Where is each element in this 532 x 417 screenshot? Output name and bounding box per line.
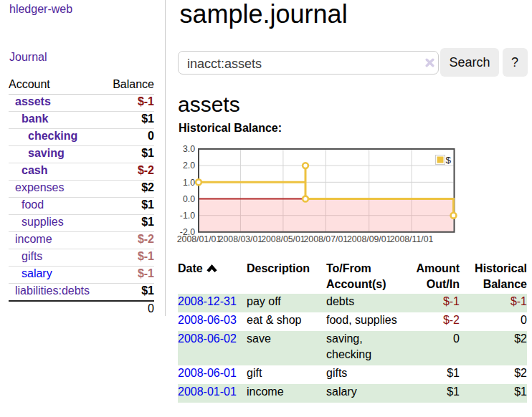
svg-text:2008/09/01: 2008/09/01 xyxy=(347,234,391,244)
svg-text:0.0: 0.0 xyxy=(183,194,195,204)
svg-text:2008/01/01: 2008/01/01 xyxy=(177,234,222,244)
svg-text:1.0: 1.0 xyxy=(183,178,195,188)
svg-text:-1.0: -1.0 xyxy=(180,211,195,221)
svg-text:2008/03/01: 2008/03/01 xyxy=(219,234,263,244)
svg-text:2.0: 2.0 xyxy=(183,160,195,171)
svg-text:2008/07/01: 2008/07/01 xyxy=(304,234,348,244)
svg-text:3.0: 3.0 xyxy=(183,144,195,154)
svg-text:2008/05/01: 2008/05/01 xyxy=(261,234,305,244)
svg-text:$: $ xyxy=(446,155,452,166)
svg-text:2008/11/01: 2008/11/01 xyxy=(390,234,434,244)
